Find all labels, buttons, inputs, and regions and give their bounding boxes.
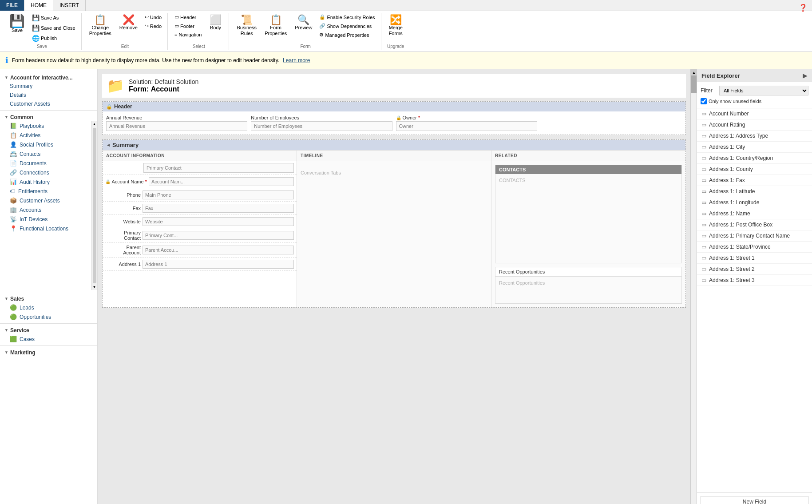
sidebar-section-service[interactable]: Service xyxy=(0,325,97,334)
sidebar-section-marketing[interactable]: Marketing xyxy=(0,348,97,357)
filter-label: Filter xyxy=(701,87,717,94)
field-item-address-pobox[interactable]: ▭ Address 1: Post Office Box xyxy=(697,219,812,230)
sidebar-section-account[interactable]: Account for Interactive... xyxy=(0,73,97,82)
scroll-thumb[interactable] xyxy=(691,75,697,93)
sidebar-item-documents[interactable]: 📄 Documents xyxy=(0,159,91,168)
annual-revenue-input[interactable] xyxy=(106,121,247,131)
tab-file[interactable]: FILE xyxy=(0,0,24,11)
save-close-button[interactable]: 💾 Save and Close xyxy=(30,23,78,33)
field-item-address-street3[interactable]: ▭ Address 1: Street 3 xyxy=(697,275,812,286)
save-as-button[interactable]: 💾 Save As xyxy=(30,13,78,23)
address1-input[interactable] xyxy=(143,260,294,269)
sidebar-item-social-profiles[interactable]: 👤 Social Profiles xyxy=(0,140,91,149)
phone-input[interactable] xyxy=(143,190,294,199)
field-explorer-expand-icon[interactable]: ▶ xyxy=(803,72,808,79)
field-item-address-state[interactable]: ▭ Address 1: State/Province xyxy=(697,242,812,253)
owner-lock-icon: 🔒 xyxy=(396,115,401,120)
save-button[interactable]: 💾 Save xyxy=(6,13,28,35)
remove-button[interactable]: ❌ Remove xyxy=(116,13,141,32)
sidebar-scroll-up[interactable]: ▲ xyxy=(92,121,97,127)
parent-account-input[interactable] xyxy=(143,246,294,254)
field-item-address-longitude[interactable]: ▭ Address 1: Longitude xyxy=(697,197,812,208)
field-item-address-street1[interactable]: ▭ Address 1: Street 1 xyxy=(697,253,812,264)
field-item-address-country[interactable]: ▭ Address 1: Country/Region xyxy=(697,153,812,164)
show-unused-checkbox[interactable] xyxy=(701,98,707,104)
fax-input[interactable] xyxy=(143,204,294,213)
tab-home[interactable]: HOME xyxy=(24,0,53,11)
field-explorer-title: Field Explorer xyxy=(701,72,740,79)
sidebar-item-summary[interactable]: Summary xyxy=(0,82,97,91)
sidebar-item-cases[interactable]: 🟩 Cases xyxy=(0,334,97,344)
managed-properties-button[interactable]: ⚙ Managed Properties xyxy=(317,31,377,39)
sidebar-item-audit-history[interactable]: 📊 Audit History xyxy=(0,177,91,187)
field-item-address-primary-contact[interactable]: ▭ Address 1: Primary Contact Name xyxy=(697,230,812,242)
filter-select[interactable]: All Fields Unused Fields Required Fields… xyxy=(719,86,808,95)
field-item-address-type[interactable]: ▭ Address 1: Address Type xyxy=(697,131,812,142)
sidebar-item-details[interactable]: Details xyxy=(0,91,97,99)
enable-security-button[interactable]: 🔒 Enable Security Roles xyxy=(317,13,377,21)
field-item-account-number[interactable]: ▭ Account Number xyxy=(697,108,812,119)
primary-contact-input[interactable] xyxy=(143,231,294,240)
field-item-label-6: Address 1: Fax xyxy=(709,177,745,183)
show-dependencies-button[interactable]: 🔗 Show Dependencies xyxy=(317,22,377,30)
field-item-address-street2[interactable]: ▭ Address 1: Street 2 xyxy=(697,264,812,275)
owner-input[interactable] xyxy=(396,121,537,131)
tab-insert[interactable]: INSERT xyxy=(53,0,86,11)
sidebar-item-functional-locations[interactable]: 📍 Functional Locations xyxy=(0,224,91,233)
field-item-address-county[interactable]: ▭ Address 1: County xyxy=(697,164,812,175)
field-item-address-city[interactable]: ▭ Address 1: City xyxy=(697,142,812,153)
num-employees-field[interactable]: Number of Employees xyxy=(251,115,392,131)
annual-revenue-field[interactable]: Annual Revenue xyxy=(106,115,247,131)
sidebar-section-sales[interactable]: Sales xyxy=(0,294,97,303)
body-button[interactable]: ⬜ Body xyxy=(206,13,225,32)
sidebar-item-customer-assets[interactable]: 📦 Customer Assets xyxy=(0,196,91,205)
business-rules-icon: 📜 xyxy=(241,15,253,25)
save-close-icon: 💾 xyxy=(32,24,40,32)
sidebar-item-opportunities[interactable]: 🟢 Opportunities xyxy=(0,312,97,321)
owner-required-star: * xyxy=(418,115,420,120)
sidebar-item-customer-assets-account[interactable]: Customer Assets xyxy=(0,99,97,108)
summary-section-header[interactable]: ◄ Summary xyxy=(103,140,685,150)
field-item-account-rating[interactable]: ▭ Account Rating xyxy=(697,119,812,131)
sidebar-item-activities[interactable]: 📋 Activities xyxy=(0,131,91,140)
change-properties-icon: 📋 xyxy=(94,15,106,25)
navigation-button[interactable]: ≡ Navigation xyxy=(172,31,204,39)
edit-group-label: Edit xyxy=(121,43,129,50)
sidebar-item-contacts[interactable]: 📇 Contacts xyxy=(0,149,91,159)
change-properties-button[interactable]: 📋 ChangeProperties xyxy=(86,13,115,39)
owner-field[interactable]: 🔒 Owner * xyxy=(396,115,537,131)
business-rules-button[interactable]: 📜 BusinessRules xyxy=(234,13,260,39)
scroll-area: 📁 Solution: Default Solution Form: Accou… xyxy=(98,69,697,504)
merge-forms-button[interactable]: 🔀 MergeForms xyxy=(386,13,406,39)
sidebar-item-iot-devices[interactable]: 📡 IoT Devices xyxy=(0,214,91,224)
website-input[interactable] xyxy=(143,217,294,226)
help-icon[interactable]: ❓ xyxy=(799,4,808,12)
scroll-up-btn[interactable]: ▲ xyxy=(691,69,697,75)
header-button[interactable]: ▭ Header xyxy=(172,13,204,21)
timeline-column: TIMELINE Conversation Tabs xyxy=(297,151,491,307)
sidebar-item-entitlements[interactable]: 🏷 Entitlements xyxy=(0,187,91,196)
num-employees-input[interactable] xyxy=(251,121,392,131)
preview-button[interactable]: 🔍 Preview xyxy=(292,13,315,32)
field-item-address-name[interactable]: ▭ Address 1: Name xyxy=(697,208,812,219)
new-field-button[interactable]: New Field xyxy=(701,496,808,504)
sidebar-item-accounts[interactable]: 🏢 Accounts xyxy=(0,205,91,214)
sidebar-item-connections[interactable]: 🔗 Connections xyxy=(0,168,91,177)
redo-button[interactable]: ↪ Redo xyxy=(143,22,164,30)
sidebar-item-playbooks[interactable]: 📗 Playbooks xyxy=(0,121,91,131)
account-name-input[interactable] xyxy=(149,177,294,186)
sidebar-scroll-down[interactable]: ▼ xyxy=(92,284,97,290)
field-item-address-latitude[interactable]: ▭ Address 1: Latitude xyxy=(697,186,812,197)
field-item-address-fax[interactable]: ▭ Address 1: Fax xyxy=(697,175,812,186)
undo-button[interactable]: ↩ Undo xyxy=(143,13,164,21)
sidebar-section-common[interactable]: Common xyxy=(0,112,97,121)
learn-more-link[interactable]: Learn more xyxy=(283,57,310,63)
footer-button[interactable]: ▭ Footer xyxy=(172,22,204,30)
publish-button[interactable]: 🌐 Publish xyxy=(30,33,78,43)
header-section-title[interactable]: 🔒 Header xyxy=(103,102,685,111)
form-properties-button[interactable]: 📋 FormProperties xyxy=(261,13,290,39)
primary-contact-standalone-input[interactable] xyxy=(143,163,294,173)
form-columns: ACCOUNT INFORMATION 🔒 Account Name xyxy=(103,150,685,307)
sidebar-item-leads[interactable]: 🟢 Leads xyxy=(0,303,97,312)
header-section: 🔒 Header Annual Revenue Number of Employ… xyxy=(102,101,686,135)
